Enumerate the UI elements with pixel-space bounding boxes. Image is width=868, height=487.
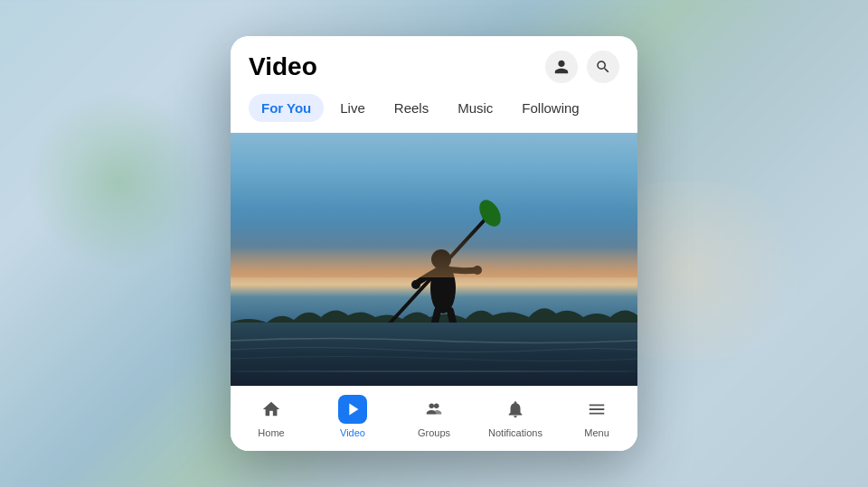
tab-for-you[interactable]: For You xyxy=(249,94,324,122)
tab-live[interactable]: Live xyxy=(327,94,378,122)
search-button[interactable] xyxy=(587,51,619,83)
video-icon-container xyxy=(338,395,367,424)
tab-music[interactable]: Music xyxy=(445,94,505,122)
app-card: Video For You Live Reels Music Fol xyxy=(231,36,637,451)
header-icons xyxy=(545,51,619,83)
nav-video[interactable]: Video xyxy=(326,395,380,438)
tab-reels[interactable]: Reels xyxy=(382,94,441,122)
person-icon xyxy=(553,59,570,75)
home-icon xyxy=(261,399,281,419)
nav-video-label: Video xyxy=(340,427,365,438)
nav-menu[interactable]: Menu xyxy=(570,395,624,438)
bell-icon xyxy=(505,399,525,419)
water xyxy=(231,323,637,386)
water-shimmer xyxy=(231,332,637,368)
nav-groups[interactable]: Groups xyxy=(407,395,461,438)
header: Video For You Live Reels Music Fol xyxy=(231,36,637,133)
nav-notifications-label: Notifications xyxy=(488,427,542,438)
bg-blob-green xyxy=(27,90,208,271)
tab-following[interactable]: Following xyxy=(509,94,591,122)
menu-icon xyxy=(587,399,607,419)
nav-home-label: Home xyxy=(258,427,284,438)
groups-icon xyxy=(424,399,444,419)
video-background xyxy=(231,133,637,386)
search-icon xyxy=(595,59,611,75)
page-title: Video xyxy=(249,52,317,81)
svg-point-8 xyxy=(434,404,439,409)
tabs-bar: For You Live Reels Music Following xyxy=(249,94,619,133)
groups-icon-container xyxy=(420,395,448,424)
video-play-icon xyxy=(343,399,363,419)
home-icon-container xyxy=(257,395,286,424)
nav-notifications[interactable]: Notifications xyxy=(488,395,542,438)
nav-home[interactable]: Home xyxy=(244,395,298,438)
nav-items: Home Video xyxy=(231,395,637,438)
svg-point-7 xyxy=(429,404,435,409)
bell-icon-container xyxy=(501,395,530,424)
nav-groups-label: Groups xyxy=(418,427,450,438)
svg-point-4 xyxy=(411,280,420,289)
header-top: Video xyxy=(249,51,619,83)
nav-menu-label: Menu xyxy=(584,427,609,438)
water-reflection xyxy=(231,370,637,372)
bottom-nav: Home Video xyxy=(231,386,637,451)
menu-icon-container xyxy=(582,395,611,424)
video-area[interactable] xyxy=(231,133,637,386)
sunset-glow xyxy=(231,223,637,277)
profile-button[interactable] xyxy=(545,51,578,83)
